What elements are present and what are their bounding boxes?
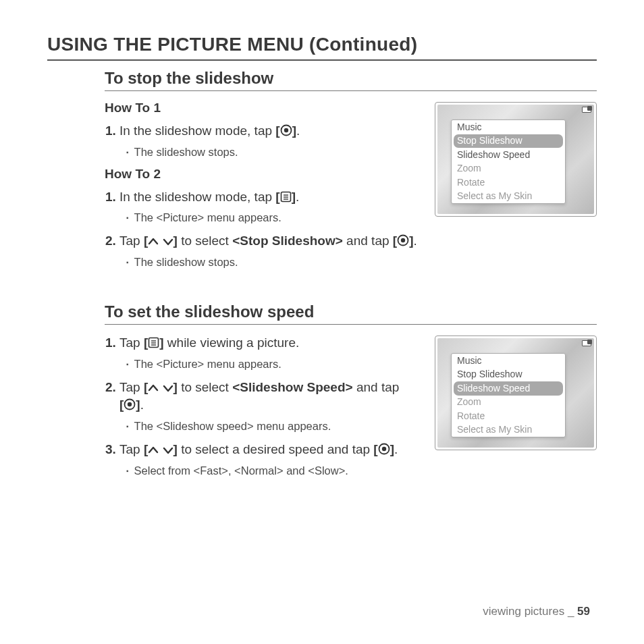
howto2-bullet2: The slideshow stops. <box>126 254 597 270</box>
menu-item: Zoom <box>452 396 565 410</box>
menu-item: Stop Slideshow <box>452 368 565 382</box>
menu-item: Stop Slideshow <box>454 134 563 149</box>
menu-item: Slideshow Speed <box>452 148 565 162</box>
select-icon: [] <box>393 234 414 248</box>
up-down-icon: [ ] <box>144 442 178 456</box>
howto1-bullet: The slideshow stops. <box>126 144 423 160</box>
speed-bullet1: The <Picture> menu appears. <box>126 356 423 372</box>
title-rule <box>47 59 597 61</box>
menu-item: Select as My Skin <box>452 190 565 204</box>
speed-step3: Tap [ ] to select a desired speed and ta… <box>119 441 423 479</box>
svg-point-7 <box>401 238 405 242</box>
menu-icon: [] <box>144 336 164 350</box>
up-down-icon: [ ] <box>144 234 178 248</box>
select-icon: [] <box>373 442 394 456</box>
howto1-step1: In the slideshow mode, tap []. The slide… <box>119 122 423 160</box>
speed-bullet3: Select from <Fast>, <Normal> and <Slow>. <box>126 463 423 479</box>
svg-point-1 <box>284 128 288 132</box>
screenshot-slideshow-speed: MusicStop SlideshowSlideshow SpeedZoomRo… <box>435 336 597 450</box>
screenshot-stop-slideshow: MusicStop SlideshowSlideshow SpeedZoomRo… <box>435 102 597 217</box>
howto2-step2: Tap [ ] to select <Stop Slideshow> and t… <box>119 232 597 270</box>
page-title: USING THE PICTURE MENU (Continued) <box>47 34 597 55</box>
howto2-bullet1: The <Picture> menu appears. <box>126 210 423 225</box>
how-to-2-label: How To 2 <box>105 167 423 182</box>
battery-icon <box>582 107 591 113</box>
svg-point-13 <box>128 402 132 406</box>
howto2-step1: In the slideshow mode, tap []. The <Pict… <box>119 188 423 226</box>
section-stop-slideshow-heading: To stop the slideshow <box>105 69 597 88</box>
page-footer: viewing pictures _ 59 <box>483 605 590 618</box>
how-to-1-label: How To 1 <box>105 101 423 115</box>
section-slideshow-speed-heading: To set the slideshow speed <box>105 302 597 321</box>
select-icon: [] <box>119 398 140 412</box>
menu-item: Rotate <box>452 176 565 190</box>
menu-item: Music <box>452 120 565 134</box>
speed-bullet2: The <Slideshow speed> menu appears. <box>126 419 423 434</box>
menu-item: Rotate <box>452 409 565 423</box>
picture-menu-2: MusicStop SlideshowSlideshow SpeedZoomRo… <box>451 353 566 437</box>
battery-icon <box>582 340 591 346</box>
section-rule <box>105 324 597 325</box>
select-icon: [] <box>275 124 296 138</box>
svg-point-15 <box>381 447 385 451</box>
speed-step1: Tap [] while viewing a picture. The <Pic… <box>119 334 423 372</box>
speed-step2: Tap [ ] to select <Slideshow Speed> and … <box>119 379 423 434</box>
picture-menu-1: MusicStop SlideshowSlideshow SpeedZoomRo… <box>451 119 566 204</box>
menu-item: Zoom <box>452 162 565 176</box>
menu-item: Select as My Skin <box>452 423 565 437</box>
up-down-icon: [ ] <box>144 380 178 394</box>
menu-icon: [] <box>275 190 296 204</box>
menu-item: Slideshow Speed <box>454 381 563 396</box>
menu-item: Music <box>452 354 565 368</box>
section-rule <box>105 90 597 91</box>
